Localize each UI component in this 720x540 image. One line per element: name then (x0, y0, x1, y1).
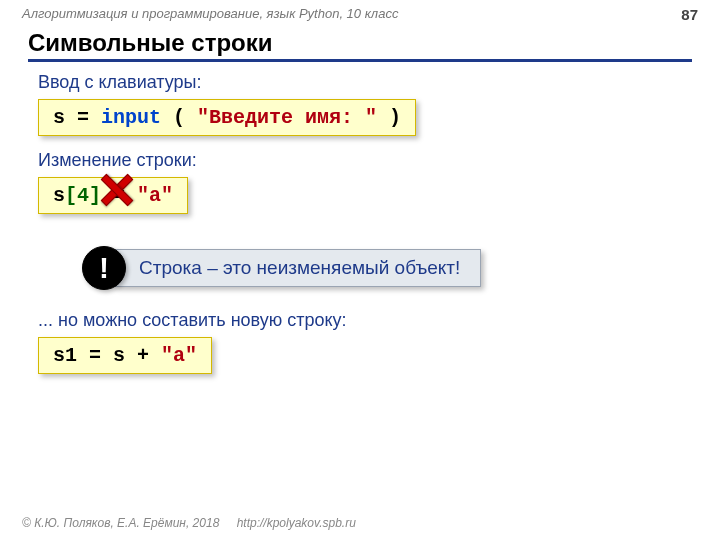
slide-content: Ввод с клавиатуры: s = input ( "Введите … (0, 64, 720, 388)
callout: ! Строка – это неизменяемый объект! (82, 246, 682, 290)
footer-url: http://kpolyakov.spb.ru (237, 516, 356, 530)
slide-footer: © К.Ю. Поляков, Е.А. Ерёмин, 2018 http:/… (22, 516, 356, 530)
copyright: © К.Ю. Поляков, Е.А. Ерёмин, 2018 (22, 516, 219, 530)
code-modify: s[4] = "a" (38, 177, 188, 214)
callout-text: Строка – это неизменяемый объект! (114, 249, 481, 287)
page-number: 87 (681, 6, 698, 23)
section-modify-label: Изменение строки: (38, 150, 682, 171)
course-name: Алгоритмизация и программирование, язык … (22, 6, 398, 23)
slide-header: Алгоритмизация и программирование, язык … (0, 0, 720, 25)
code-modify-wrap: s[4] = "a" (38, 177, 188, 228)
section-input-label: Ввод с клавиатуры: (38, 72, 682, 93)
exclamation-icon: ! (82, 246, 126, 290)
code-input: s = input ( "Введите имя: " ) (38, 99, 416, 136)
section-newstring-label: ... но можно составить новую строку: (38, 310, 682, 331)
code-newstring: s1 = s + "a" (38, 337, 212, 374)
page-title: Символьные строки (28, 29, 692, 62)
